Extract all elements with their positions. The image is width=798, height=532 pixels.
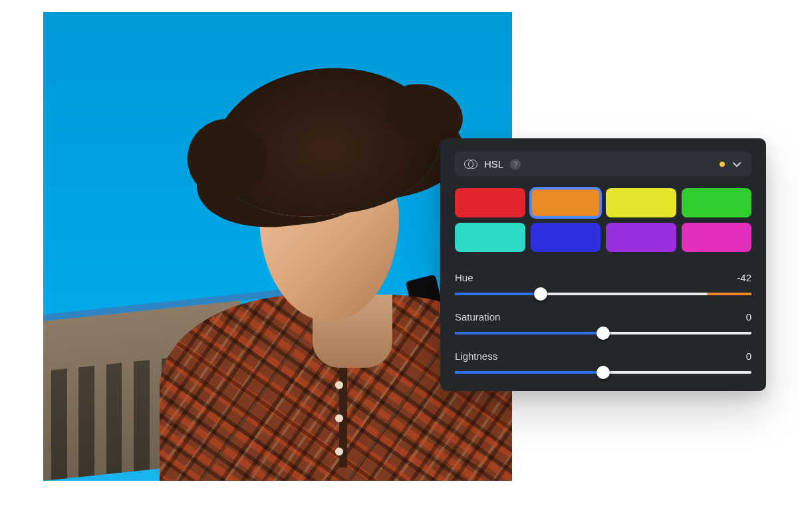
hsl-title: HSL [484, 158, 503, 170]
link-icon [464, 160, 477, 169]
lightness-value[interactable]: 0 [746, 350, 751, 362]
swatch-purple[interactable] [606, 223, 676, 252]
swatch-red[interactable] [455, 188, 525, 217]
hue-label: Hue [455, 272, 473, 283]
hue-slider[interactable] [455, 293, 751, 295]
swatch-yellow[interactable] [606, 188, 676, 217]
hue-slider-thumb[interactable] [534, 287, 547, 301]
lightness-slider-fill [455, 371, 603, 374]
lightness-label: Lightness [455, 350, 497, 362]
hue-slider-tail [707, 293, 751, 295]
hue-value[interactable]: -42 [737, 272, 751, 283]
hsl-panel: HSL ? Hue -42 [440, 138, 766, 391]
hue-slider-fill [455, 293, 541, 295]
lightness-slider[interactable] [455, 371, 751, 374]
saturation-slider-fill [455, 332, 603, 334]
swatch-green[interactable] [682, 188, 752, 217]
swatch-orange[interactable] [531, 188, 601, 217]
chevron-down-icon[interactable] [732, 159, 742, 170]
swatch-magenta[interactable] [682, 223, 752, 252]
hsl-sliders: Hue -42 Saturation 0 Lightness 0 [455, 272, 751, 374]
saturation-value[interactable]: 0 [746, 311, 751, 323]
saturation-slider[interactable] [455, 332, 751, 334]
saturation-slider-thumb[interactable] [597, 327, 610, 340]
lightness-slider-thumb[interactable] [597, 366, 610, 379]
saturation-slider-block: Saturation 0 [455, 311, 751, 334]
swatch-aqua[interactable] [455, 223, 525, 252]
hsl-swatch-grid [455, 188, 751, 252]
saturation-label: Saturation [455, 311, 500, 323]
lightness-slider-block: Lightness 0 [455, 350, 751, 374]
help-icon[interactable]: ? [510, 159, 521, 170]
modified-indicator [720, 162, 725, 167]
hsl-panel-header[interactable]: HSL ? [455, 152, 751, 176]
hue-slider-block: Hue -42 [455, 272, 751, 295]
swatch-blue[interactable] [531, 223, 601, 252]
